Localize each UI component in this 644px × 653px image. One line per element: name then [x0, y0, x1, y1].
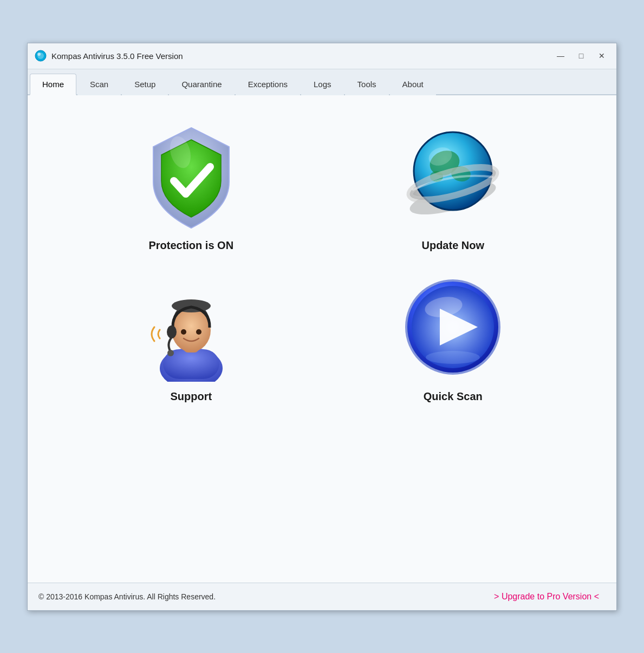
svg-point-2 [37, 53, 41, 56]
quickscan-item[interactable]: Quick Scan [339, 273, 568, 403]
globe-icon [401, 125, 504, 228]
main-window: Kompas Antivirus 3.5.0 Free Version — □ … [27, 43, 617, 611]
tab-setup[interactable]: Setup [122, 74, 168, 95]
quickscan-play-icon [403, 277, 503, 377]
tab-about[interactable]: About [390, 74, 436, 95]
svg-point-19 [181, 329, 186, 335]
window-controls: — □ ✕ [552, 49, 610, 62]
tab-scan[interactable]: Scan [77, 74, 121, 95]
svg-point-18 [167, 350, 174, 356]
update-label: Update Now [421, 239, 484, 252]
footer-bar: © 2013-2016 Kompas Antivirus. All Rights… [28, 583, 616, 610]
protection-icon-container [137, 122, 245, 231]
protection-label: Protection is ON [148, 239, 233, 252]
tab-quarantine[interactable]: Quarantine [169, 74, 234, 95]
support-person-icon [142, 273, 240, 382]
quickscan-label: Quick Scan [424, 390, 483, 403]
support-item[interactable]: Support [76, 273, 306, 403]
copyright-text: © 2013-2016 Kompas Antivirus. All Rights… [38, 592, 216, 601]
update-item[interactable]: Update Now [339, 122, 568, 252]
minimize-button[interactable]: — [552, 49, 569, 62]
svg-point-25 [426, 351, 480, 364]
tab-home[interactable]: Home [30, 74, 76, 95]
app-icon [34, 49, 47, 62]
svg-point-17 [167, 325, 177, 338]
home-grid: Protection is ON [44, 106, 600, 419]
close-button[interactable]: ✕ [594, 49, 610, 62]
support-label: Support [170, 390, 212, 403]
protection-item[interactable]: Protection is ON [76, 122, 306, 252]
quickscan-icon-container [399, 273, 507, 382]
tab-tools[interactable]: Tools [345, 74, 389, 95]
upgrade-link[interactable]: > Upgrade to Pro Version < [487, 589, 606, 605]
shield-checkmark-icon [142, 122, 240, 231]
content-area: Protection is ON [28, 95, 616, 583]
support-icon-container [137, 273, 245, 382]
svg-point-20 [196, 329, 201, 335]
window-title: Kompas Antivirus 3.5.0 Free Version [51, 51, 552, 61]
tabbar: Home Scan Setup Quarantine Exceptions Lo… [28, 69, 616, 95]
maximize-button[interactable]: □ [573, 49, 589, 62]
update-icon-container [399, 122, 507, 231]
titlebar: Kompas Antivirus 3.5.0 Free Version — □ … [28, 43, 616, 69]
tab-logs[interactable]: Logs [301, 74, 344, 95]
tab-exceptions[interactable]: Exceptions [236, 74, 300, 95]
